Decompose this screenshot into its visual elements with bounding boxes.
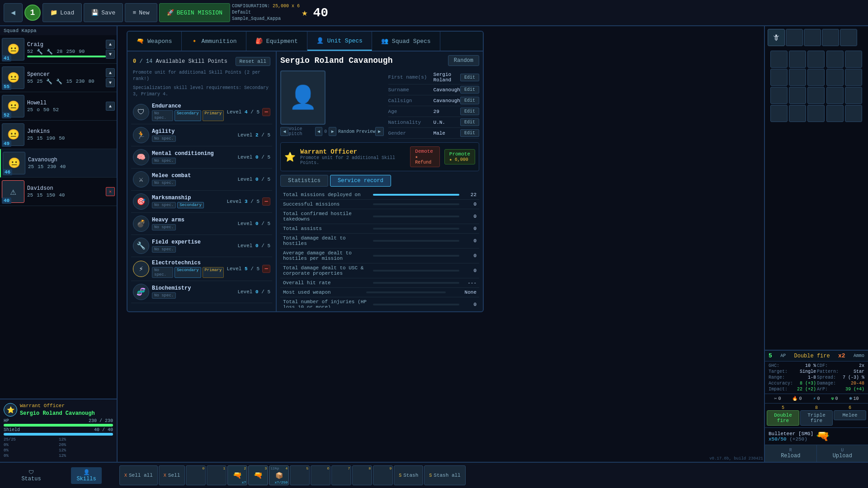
craig-name: Craig [27,42,106,48]
squad-member-cavanough[interactable]: 😐 Cavanough 25 15 230 40 46 [0,149,117,178]
tab-service-record[interactable]: Service record [330,175,391,187]
spencer-up-btn[interactable]: ▲ [106,68,115,77]
inv-slot-9[interactable]: 9 [373,465,393,485]
mental-icon: 🧠 [137,153,146,162]
davidson-remove-btn[interactable]: ✕ [106,187,115,196]
sell-all-inv-btn[interactable]: X Sell all [119,465,158,485]
biochemistry-name: Biochemistry [152,285,235,291]
sell-inv-btn[interactable]: X Sell [159,465,185,485]
tab-squad-specs[interactable]: 👥 Squad Specs [372,32,440,51]
reset-all-button[interactable]: Reset all [236,57,270,66]
inv-slot-8[interactable]: 8 [352,465,372,485]
inv-slot-2[interactable]: 🔫 2 x? [227,465,247,485]
equipment-tab-label: Equipment [266,38,298,45]
slot-4-count: x?/250 [274,480,288,484]
electrotechnics-minus-btn[interactable]: — [262,265,270,273]
stash-g8 [807,69,825,86]
random-voice-btn[interactable]: Random [338,129,354,134]
hp-values: 230 / 230 [89,418,113,423]
equipment-tab-icon: 🎒 [255,38,263,45]
stash-g9 [826,69,844,86]
stash-cell-4 [822,29,839,46]
squad-member-jenkins[interactable]: 😐 Jenkins 25 15 190 50 49 [0,121,117,149]
stash-all-btn[interactable]: S Stash all [424,465,465,485]
upload-button[interactable]: U Upload [817,445,868,462]
endurance-minus-btn[interactable]: — [262,108,270,116]
back-button[interactable]: ◀ [4,3,23,22]
inv-slot-7[interactable]: 7 [331,465,351,485]
ws-spread: Spread: 7 (-3) % [817,375,864,380]
tab-weapons[interactable]: 🔫 Weapons [127,32,182,51]
inv-slot-4[interactable]: 📦 4 12Ap x?/250 [269,465,289,485]
random-button[interactable]: Random [448,55,479,66]
stash-btn[interactable]: S Stash [394,465,423,485]
inv-slot-0[interactable]: 0 [186,465,206,485]
melee-fire-btn[interactable]: Melee [834,410,866,420]
skill-row-field-expertise: 🔧 Field expertise No spec. Level 0 / 5 [131,235,272,257]
service-records: Total missions deployed on 22 Successful… [280,190,479,308]
voice-pitch-down-btn[interactable]: ◀ [315,127,323,136]
weapon-panel: 5 AP Double fire x2 Ammo GHC: 10 % CDF: … [764,350,868,462]
save-button[interactable]: 💾 Save [84,3,123,22]
firstname-edit-btn[interactable]: Edit [460,74,479,81]
age-edit-btn[interactable]: Edit [460,108,479,115]
refund-label: ★ Refund [415,155,431,165]
tab-unit-specs[interactable]: 👤 Unit Specs [307,32,372,51]
skills-button[interactable]: 👤 Skills [71,467,101,484]
slot-2-key: 2 [244,466,246,470]
tab-ammunition[interactable]: 🔸 Ammunition [182,32,246,51]
slot-9-key: 9 [389,466,392,470]
status-button[interactable]: 🛡 Status [16,467,46,484]
score-display: 40 [313,6,328,20]
portrait-next-btn[interactable]: ▶ [375,127,383,136]
stash-g17 [789,105,806,122]
slot-4-ap-label: 12Ap [270,466,279,470]
stash-item-knife[interactable]: 🗡 [768,29,785,46]
triple-fire-btn[interactable]: Triple fire [800,410,833,426]
inv-slot-3[interactable]: 🔫 3 [248,465,268,485]
electrotechnics-tag-secondary: Secondary [175,267,201,278]
reload-button[interactable]: R Reload [765,445,817,462]
gender-edit-btn[interactable]: Edit [460,129,479,137]
inv-slot-1[interactable]: 1 [207,465,226,485]
begin-mission-button[interactable]: 🚀 BEGIN MISSION [159,3,230,22]
preview-btn[interactable]: Preview [356,129,375,134]
inv-slot-6[interactable]: 6 [311,465,330,485]
craig-down-btn[interactable]: ▼ [106,50,115,59]
spencer-stats: 55 25 🔧 🔧 15 230 80 [27,79,106,84]
tab-equipment[interactable]: 🎒 Equipment [246,32,307,51]
config-name: Default [232,9,300,16]
squad-member-craig[interactable]: 😐 Craig 52 🔧 🔧 28 250 90 ▲ ▼ 41 [0,35,117,64]
surname-edit-btn[interactable]: Edit [460,86,479,94]
squad-specs-tab-label: Squad Specs [392,38,431,45]
char-portrait-area: 👤 ◀ Voice pitch ◀ 0 ▶ Random Preview ▶ [280,70,384,139]
squad-member-howell[interactable]: 😐 Howell 25 o 50 52 ▲ 52 [0,92,117,121]
stash-g10 [845,69,862,86]
new-button[interactable]: ≡ New [125,3,157,22]
ammo-reserve: (+250) [789,436,807,442]
promote-button[interactable]: Promote ★ 6,000 [444,149,475,164]
portrait-prev-btn[interactable]: ◀ [280,127,288,136]
tab-statistics[interactable]: Statistics [280,175,328,187]
squad-member-spencer[interactable]: 😐 Spencer 55 25 🔧 🔧 15 230 80 ▲ ▼ 55 [0,64,117,92]
char-portrait-nav: ◀ Voice pitch ◀ 0 ▶ Random Preview ▶ [280,127,384,136]
skill-points-header: 0 / 14 Available Skill Points Reset all [131,55,272,68]
double-fire-btn[interactable]: Double fire [767,410,799,426]
spencer-down-btn[interactable]: ▼ [106,78,115,87]
craig-up-btn[interactable]: ▲ [106,40,115,49]
voice-pitch-up-btn[interactable]: ▶ [329,127,336,136]
skills-section: 0 / 14 Available Skill Points Reset all … [127,52,277,311]
load-button[interactable]: 📁 Load [42,3,82,22]
skill-pts-current: 0 [133,58,136,65]
agility-icon: 🏃 [137,131,146,140]
callsign-edit-btn[interactable]: Edit [460,97,479,104]
unit-specs-tab-label: Unit Specs [327,38,363,44]
inv-slot-5[interactable]: 5 [290,465,310,485]
ammo-weapon-info: Bulleteer [SMG] x50/50 (+250) 🔫 [765,427,868,445]
marksmanship-minus-btn[interactable]: — [262,197,270,206]
ws-ghc: GHC: 10 % [769,363,816,368]
squad-member-davidson[interactable]: ⚠ Davidson 25 15 150 40 ✕ 40 [0,178,117,206]
howell-up-btn[interactable]: ▲ [106,102,115,111]
nationality-edit-btn[interactable]: Edit [460,118,479,126]
demote-button[interactable]: Demote ★ Refund [410,146,439,167]
